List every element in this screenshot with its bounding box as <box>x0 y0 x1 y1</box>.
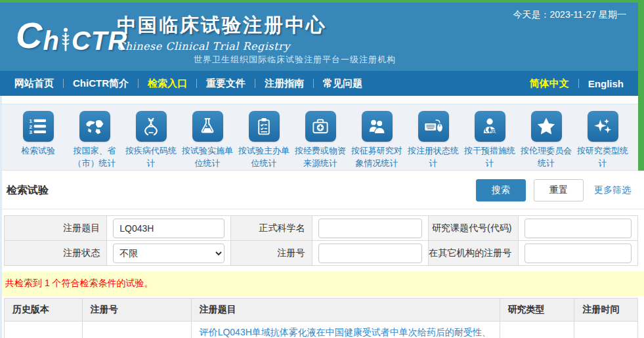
registration-date-value: 2023/03/20 <box>574 322 638 338</box>
nav-separator <box>313 79 314 88</box>
nav-separator <box>138 79 139 88</box>
site-title-zh: 中国临床试验注册中心 <box>117 12 327 39</box>
stat-by-study-type[interactable]: 按研究类型统计 <box>575 111 630 167</box>
col-header-history: 历史版本 <box>5 299 83 322</box>
who-platform-subtitle: 世界卫生组织国际临床试验注册平台一级注册机构 <box>194 54 396 66</box>
nav-item-faq[interactable]: 常见问题 <box>323 77 362 90</box>
world-map-icon <box>79 111 110 142</box>
col-header-reg-no: 注册号 <box>82 299 191 322</box>
desktop-edge-top <box>0 0 644 3</box>
keyboard-mouse-icon <box>418 111 449 142</box>
doctor-icon <box>475 111 505 142</box>
search-button[interactable]: 搜索 <box>476 179 526 201</box>
svg-text:3: 3 <box>30 129 33 135</box>
stat-search-trials[interactable]: 1 2 3 检索试验 <box>11 111 66 167</box>
nav-separator <box>255 79 255 88</box>
stat-by-sponsor-unit[interactable]: 按试验主办单位统计 <box>236 111 291 167</box>
results-table: 历史版本 注册号 注册题目 研究类型 注册时间 历史版本 ChiCTR23000… <box>4 298 638 338</box>
form-label-other-org-number: 在其它机构的注册号 <box>429 241 519 266</box>
window-edge-left <box>0 96 2 338</box>
star-icon <box>531 111 562 142</box>
dna-icon <box>136 111 167 142</box>
form-label-reg-status: 注册状态 <box>5 241 107 266</box>
sparkles-icon <box>588 111 618 142</box>
today-date-text: 今天是：2023-11-27 星期一 <box>513 9 626 21</box>
nav-item-search-entry[interactable]: 检索入口 <box>148 77 187 90</box>
search-form: 注册题目 正式科学名 研究课题代号(代码) 注册状态 不限 注册号 在其它机构的… <box>4 215 638 266</box>
table-row: 历史版本 ChiCTR2300069500 评价LQ043H单域抗体雾化液在中国… <box>5 322 638 338</box>
logo-letter-c: C <box>16 17 43 54</box>
first-aid-kit-icon <box>305 111 336 142</box>
official-name-input[interactable] <box>318 219 423 238</box>
nav-item-home[interactable]: 网站首页 <box>14 77 54 90</box>
logo-letter-h: h <box>43 28 59 54</box>
clipboard-check-icon <box>249 111 280 142</box>
study-type-value: 干预性研究 <box>500 322 574 338</box>
site-titles: 中国临床试验注册中心 Chinese Clinical Trial Regist… <box>117 12 327 53</box>
nav-separator <box>196 79 197 88</box>
nav-item-registration-guide[interactable]: 注册指南 <box>265 77 304 90</box>
form-label-official-name: 正式科学名 <box>230 216 312 241</box>
site-title-en: Chinese Clinical Trial Registry <box>117 40 327 53</box>
staff-of-asclepius-icon <box>61 28 70 53</box>
chictr-logo[interactable]: Ch CTR <box>16 17 127 54</box>
lang-zh-link[interactable]: 简体中文 <box>530 77 569 90</box>
project-code-input[interactable] <box>525 219 632 238</box>
search-actions: 搜索 重置 更多筛选 <box>476 179 631 201</box>
nav-separator <box>578 79 579 88</box>
site-header: Ch CTR 中国临床试验注册中心 Chinese Clinical Trial… <box>0 3 638 71</box>
reg-status-select[interactable]: 不限 <box>113 243 224 263</box>
stat-by-country-province[interactable]: 按国家、省（市）统计 <box>67 111 122 167</box>
nav-item-about[interactable]: ChiCTR简介 <box>73 77 129 90</box>
people-group-icon <box>362 111 393 142</box>
col-header-reg-date: 注册时间 <box>574 299 638 322</box>
main-nav: 网站首页 ChiCTR简介 检索入口 重要文件 注册指南 常见问题 简体中文 E… <box>0 71 638 96</box>
reg-title-input[interactable] <box>113 219 224 238</box>
other-org-number-input[interactable] <box>525 243 632 263</box>
stat-by-funding-source[interactable]: 按经费或物资来源统计 <box>293 111 348 167</box>
more-filters-link[interactable]: 更多筛选 <box>594 184 631 196</box>
stat-by-registration-status[interactable]: 按注册状态统计 <box>406 111 461 167</box>
stat-by-intervention[interactable]: 按干预措施统计 <box>462 111 517 167</box>
trial-title-link[interactable]: 评价LQ043H单域抗体雾化液在中国健康受试者中单次给药后的耐受性、安全性、 .… <box>200 327 491 338</box>
svg-text:1: 1 <box>30 118 33 124</box>
numbered-list-icon: 1 2 3 <box>23 111 54 142</box>
col-header-title: 注册题目 <box>191 299 500 322</box>
page-title: 检索试验 <box>7 184 49 198</box>
stat-by-recruitment-status[interactable]: 按征募研究对象情况统计 <box>349 111 404 167</box>
stat-by-disease-code[interactable]: 按疾病代码统计 <box>123 111 179 167</box>
form-label-project-code: 研究课题代号(代码) <box>429 216 519 241</box>
desktop-edge-right <box>638 0 644 171</box>
flask-icon <box>192 111 223 142</box>
stat-by-implementing-unit[interactable]: 按试验实施单位统计 <box>180 111 235 167</box>
form-label-reg-number: 注册号 <box>230 241 312 266</box>
form-label-reg-title: 注册题目 <box>5 216 107 241</box>
col-header-study-type: 研究类型 <box>500 299 574 322</box>
nav-item-important-docs[interactable]: 重要文件 <box>206 77 246 90</box>
stat-by-ethics-committee[interactable]: 按伦理委员会统计 <box>519 111 574 167</box>
stats-icon-strip: 1 2 3 检索试验 按国家、省（市）统计 <box>0 104 638 171</box>
results-header-row: 历史版本 注册号 注册题目 研究类型 注册时间 <box>5 299 638 322</box>
lang-en-link[interactable]: English <box>588 78 624 89</box>
search-section-header: 检索试验 搜索 重置 更多筛选 <box>0 171 644 209</box>
reset-button[interactable]: 重置 <box>534 179 584 201</box>
nav-separator <box>63 79 64 88</box>
svg-text:2: 2 <box>30 123 33 129</box>
results-count-notice: 共检索到 1 个符合检索条件的试验。 <box>0 272 644 296</box>
reg-number-input[interactable] <box>318 243 423 263</box>
language-switcher: 简体中文 English <box>530 77 624 90</box>
